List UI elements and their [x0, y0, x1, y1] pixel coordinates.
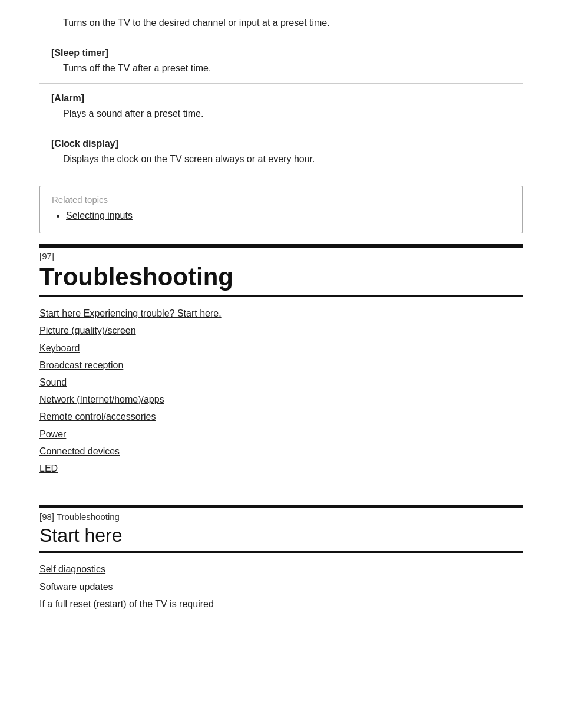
ch97-link-item-6[interactable]: Remote control/accessories — [39, 409, 523, 424]
ch97-link-item-1[interactable]: Picture (quality)/screen — [39, 322, 523, 338]
ch97-link-item-8[interactable]: Connected devices — [39, 443, 523, 459]
chapter97-heading-divider — [39, 295, 523, 297]
ch97-link-item-9[interactable]: LED — [39, 460, 523, 476]
related-topic-link-0[interactable]: Selecting inputs — [66, 210, 133, 220]
ch97-link-7[interactable]: Power — [39, 429, 66, 439]
clock-display-desc: Displays the clock on the TV screen alwa… — [51, 154, 511, 164]
ch97-link-4[interactable]: Sound — [39, 377, 67, 387]
ch97-link-item-7[interactable]: Power — [39, 426, 523, 442]
chapter97-link-list: Start here Experiencing trouble? Start h… — [39, 305, 523, 476]
chapter98-heading-divider — [39, 551, 523, 553]
ch97-link-item-3[interactable]: Broadcast reception — [39, 357, 523, 373]
ch97-link-3[interactable]: Broadcast reception — [39, 360, 123, 370]
ch97-link-5[interactable]: Network (Internet/home)/apps — [39, 394, 164, 404]
ch98-link-item-2[interactable]: If a full reset (restart) of the TV is r… — [39, 596, 523, 612]
sleep-timer-desc: Turns off the TV after a preset time. — [51, 63, 511, 74]
ch98-link-item-0[interactable]: Self diagnostics — [39, 561, 523, 577]
clock-display-section: [Clock display] Displays the clock on th… — [39, 129, 523, 174]
chapter97-number: [97] — [39, 251, 523, 261]
ch98-link-0[interactable]: Self diagnostics — [39, 564, 105, 574]
ch97-link-0[interactable]: Start here Experiencing trouble? Start h… — [39, 308, 222, 318]
chapter98-top-divider — [39, 505, 523, 508]
chapter98-breadcrumb: [98] Troubleshooting — [39, 512, 523, 522]
ch97-link-6[interactable]: Remote control/accessories — [39, 411, 156, 421]
related-topics-box: Related topics Selecting inputs — [39, 186, 523, 233]
chapter98-link-list: Self diagnostics Software updates If a f… — [39, 561, 523, 612]
ch97-link-8[interactable]: Connected devices — [39, 446, 120, 456]
chapter98-heading: Start here — [39, 524, 523, 546]
alarm-title: [Alarm] — [51, 93, 511, 104]
ch97-link-item-4[interactable]: Sound — [39, 374, 523, 390]
sleep-timer-section: [Sleep timer] Turns off the TV after a p… — [39, 38, 523, 84]
ch97-link-2[interactable]: Keyboard — [39, 343, 80, 353]
alarm-section: [Alarm] Plays a sound after a preset tim… — [39, 84, 523, 129]
sleep-timer-title: [Sleep timer] — [51, 48, 511, 58]
ch97-link-9[interactable]: LED — [39, 463, 58, 473]
chapter97-top-divider — [39, 244, 523, 248]
related-topics-label: Related topics — [52, 195, 510, 205]
intro-text: Turns on the TV to the desired channel o… — [39, 12, 523, 38]
related-topic-item-0[interactable]: Selecting inputs — [66, 210, 510, 221]
ch98-link-item-1[interactable]: Software updates — [39, 579, 523, 595]
ch97-link-item-2[interactable]: Keyboard — [39, 340, 523, 356]
related-topics-list: Selecting inputs — [52, 210, 510, 221]
alarm-desc: Plays a sound after a preset time. — [51, 108, 511, 119]
ch97-link-1[interactable]: Picture (quality)/screen — [39, 325, 136, 335]
ch98-link-1[interactable]: Software updates — [39, 582, 113, 592]
ch97-link-item-5[interactable]: Network (Internet/home)/apps — [39, 391, 523, 407]
clock-display-title: [Clock display] — [51, 139, 511, 149]
ch98-link-2[interactable]: If a full reset (restart) of the TV is r… — [39, 599, 214, 609]
ch97-link-item-0[interactable]: Start here Experiencing trouble? Start h… — [39, 305, 523, 321]
chapter97-heading: Troubleshooting — [39, 263, 523, 291]
